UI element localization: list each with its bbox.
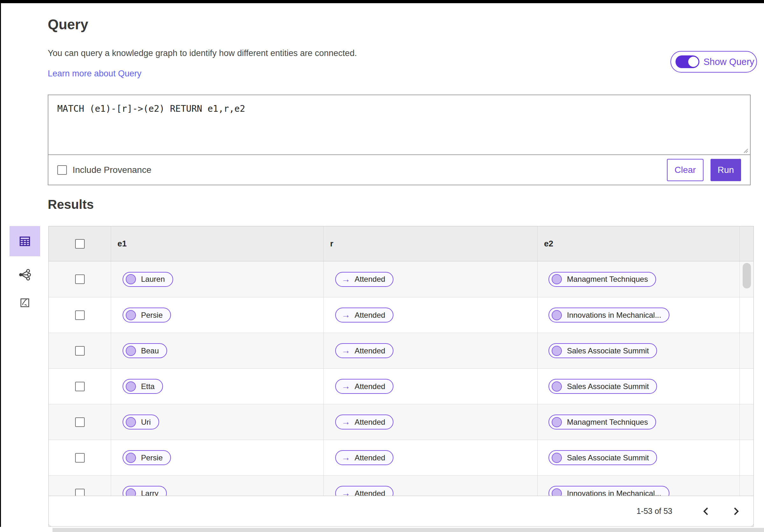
relation-pill[interactable]: → Attended [335,415,393,430]
r-cell: → Attended [323,297,537,333]
e2-cell: Managment Techniques [537,404,739,440]
entity-label: Sales Associate Summit [567,346,649,355]
view-switcher [10,226,40,312]
e1-cell: Uri [111,404,323,440]
table-view-icon [18,235,31,248]
relation-pill[interactable]: → Attended [335,379,393,394]
run-button[interactable]: Run [710,159,741,181]
horizontal-scrollbar-track[interactable] [53,528,764,532]
entity-node-icon [126,346,136,356]
entity-label: Persie [141,453,163,462]
header-scrollbar-cell [739,226,753,261]
table-row: Beau → Attended Sales Associate Summit [49,333,753,368]
table-scrollbar-thumb[interactable] [743,263,751,288]
r-cell: → Attended [323,333,537,368]
query-description: You can query a knowledge graph to ident… [48,48,357,58]
entity-pill-e1[interactable]: Lauren [122,272,173,287]
entity-label: Uri [141,418,151,427]
column-header-r: r [323,226,537,261]
window-left-edge [0,0,1,527]
entity-pill-e1[interactable]: Etta [122,379,163,394]
r-cell: → Attended [323,440,537,475]
relation-pill[interactable]: → Attended [335,307,393,322]
e2-cell: Sales Associate Summit [537,333,739,368]
entity-pill-e2[interactable]: Managment Techniques [548,415,656,430]
arrow-right-icon: → [342,346,350,355]
arrow-right-icon: → [342,311,350,319]
row-checkbox-cell [49,404,111,440]
query-box: MATCH (e1)-[r]->(e2) RETURN e1,r,e2 Incl… [48,94,751,185]
entity-node-icon [552,346,562,356]
table-row: Uri → Attended Managment Techniques [49,404,753,440]
entity-node-icon [126,453,136,463]
entity-pill-e1[interactable]: Uri [122,415,159,430]
entity-pill-e1[interactable]: Persie [122,307,171,322]
entity-node-icon [126,310,136,320]
table-header-row: e1 r e2 [49,226,753,262]
entity-pill-e1[interactable]: Beau [122,343,167,358]
row-checkbox-cell [49,369,111,404]
relation-label: Attended [355,418,385,427]
table-row: Persie → Attended Sales Associate Summit [49,440,753,475]
scrollbar-cell [739,440,753,475]
scrollbar-cell [739,297,753,333]
resize-handle-icon[interactable] [743,148,748,153]
row-checkbox[interactable] [75,310,85,320]
results-table: e1 r e2 Lauren → Attended Managment Tech… [48,226,754,527]
show-query-button[interactable]: Show Query [670,51,757,73]
entity-pill-e2[interactable]: Sales Associate Summit [548,343,657,358]
entity-label: Lauren [141,275,165,284]
entity-node-icon [126,274,136,284]
relation-label: Attended [355,346,385,355]
entity-node-icon [552,310,562,320]
entity-pill-e1[interactable]: Persie [122,450,171,465]
row-checkbox[interactable] [75,453,85,462]
table-row: Persie → Attended Innovations in Mechani… [49,297,753,333]
relation-label: Attended [355,453,385,462]
scrollbar-cell [739,404,753,440]
entity-label: Managment Techniques [567,275,648,284]
next-page-button[interactable] [729,504,743,519]
row-checkbox[interactable] [75,346,85,356]
entity-label: Beau [141,346,159,355]
query-editor[interactable]: MATCH (e1)-[r]->(e2) RETURN e1,r,e2 [48,95,750,155]
entity-pill-e2[interactable]: Sales Associate Summit [548,450,657,465]
relation-pill[interactable]: → Attended [335,343,393,358]
relation-pill[interactable]: → Attended [335,272,393,287]
table-view-button[interactable] [10,226,40,256]
column-header-e1: e1 [111,226,323,261]
arrow-right-icon: → [342,275,350,284]
include-provenance-label: Include Provenance [73,165,151,175]
entity-pill-e2[interactable]: Managment Techniques [548,272,656,287]
query-title: Query [48,17,88,33]
map-view-icon [19,297,31,308]
arrow-right-icon: → [342,382,350,391]
row-checkbox[interactable] [75,382,85,391]
clear-button[interactable]: Clear [667,159,703,181]
learn-more-link[interactable]: Learn more about Query [48,69,141,79]
table-body: Lauren → Attended Managment Techniques P… [49,262,753,511]
relation-pill[interactable]: → Attended [335,450,393,465]
entity-pill-e2[interactable]: Innovations in Mechanical... [548,307,669,322]
show-query-toggle[interactable] [675,56,699,68]
e2-cell: Innovations in Mechanical... [537,297,739,333]
scrollbar-cell [739,369,753,404]
row-checkbox[interactable] [75,274,85,284]
e1-cell: Beau [111,333,323,368]
select-all-checkbox[interactable] [75,239,85,249]
query-footer: Include Provenance Clear Run [48,154,750,185]
arrow-right-icon: → [342,453,350,462]
row-checkbox[interactable] [75,418,85,427]
e1-cell: Persie [111,440,323,475]
r-cell: → Attended [323,369,537,404]
include-provenance-checkbox[interactable] [57,165,67,175]
r-cell: → Attended [323,262,537,297]
row-checkbox-cell [49,297,111,333]
entity-pill-e2[interactable]: Sales Associate Summit [548,379,657,394]
map-view-button[interactable] [10,293,40,312]
entity-node-icon [126,381,136,392]
entity-node-icon [552,417,562,427]
relation-label: Attended [355,311,385,320]
graph-view-button[interactable] [10,265,40,284]
previous-page-button[interactable] [699,504,713,519]
